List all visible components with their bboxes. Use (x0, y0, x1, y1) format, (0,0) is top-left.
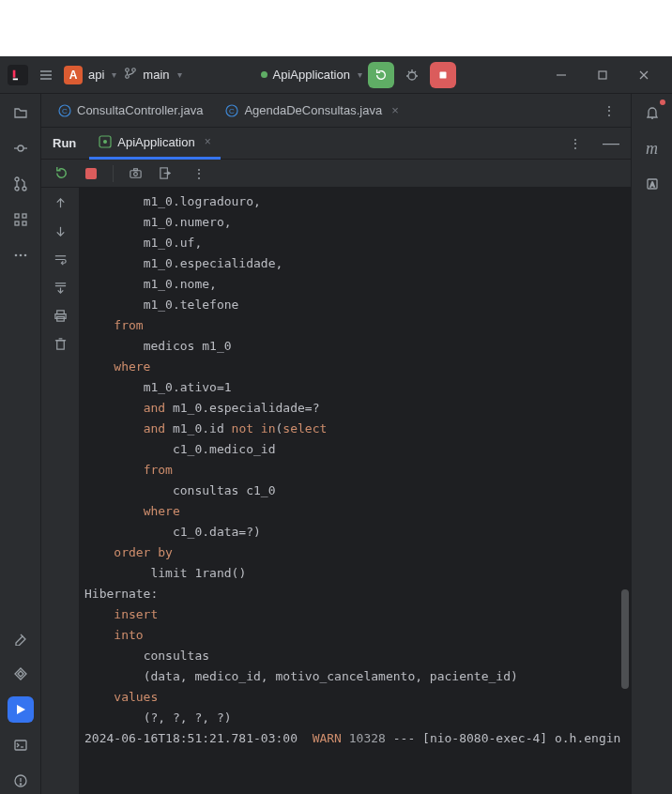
svg-point-46 (103, 140, 107, 144)
center-panel: C ConsultaController.java C AgendaDeCons… (41, 94, 631, 794)
java-class-icon: C (225, 104, 238, 117)
run-toolbar: ⋮ (41, 160, 631, 188)
project-badge: A (64, 66, 83, 84)
project-tool-button[interactable] (8, 99, 34, 126)
svg-point-40 (20, 784, 21, 785)
vcs-branch-widget[interactable]: main ▾ (124, 67, 181, 83)
branch-name: main (143, 68, 169, 82)
svg-rect-27 (15, 221, 19, 225)
commit-tool-button[interactable] (8, 135, 34, 161)
main-menu-icon[interactable] (36, 65, 56, 85)
ai-assistant-icon[interactable]: A (639, 171, 665, 197)
run-toolbar-more-icon[interactable]: ⋮ (187, 166, 213, 181)
svg-text:C: C (230, 107, 236, 115)
up-stack-icon[interactable] (51, 193, 69, 212)
right-tool-strip: m A (631, 94, 672, 794)
svg-point-23 (15, 177, 19, 181)
run-tab-name: ApiApplication (117, 135, 194, 149)
project-name: api (88, 68, 104, 82)
svg-point-32 (23, 254, 26, 257)
services-tool-button[interactable] (8, 661, 34, 687)
run-configuration-selector[interactable]: ApiApplication ▾ (261, 68, 362, 82)
structure-tool-button[interactable] (8, 206, 34, 233)
clear-all-icon[interactable] (51, 334, 69, 353)
soft-wrap-icon[interactable] (51, 250, 69, 268)
running-indicator-icon (261, 71, 267, 78)
title-bar-center: ApiApplication ▾ (190, 62, 527, 88)
print-icon[interactable] (51, 306, 69, 325)
svg-line-14 (414, 71, 416, 73)
console-output[interactable]: m1_0.logradouro, m1_0.numero, m1_0.uf, m… (79, 188, 631, 794)
spring-icon (99, 135, 112, 148)
run-panel-options-icon[interactable]: ⋮ (563, 136, 589, 151)
down-stack-icon[interactable] (51, 221, 69, 240)
run-tool-button[interactable] (8, 696, 34, 723)
debug-button[interactable] (400, 63, 424, 87)
minimize-button[interactable] (541, 56, 582, 94)
more-tool-button[interactable] (8, 242, 34, 268)
run-panel-header: Run ApiApplication × ⋮ — (41, 128, 631, 160)
branch-icon (124, 67, 137, 83)
svg-point-7 (126, 75, 130, 79)
svg-rect-61 (56, 340, 64, 348)
project-selector[interactable]: A api ▾ (64, 66, 116, 84)
intellij-logo-icon[interactable] (8, 65, 28, 85)
run-panel-tab[interactable]: ApiApplication × (89, 128, 220, 160)
close-window-button[interactable] (623, 56, 664, 94)
java-class-icon: C (58, 104, 71, 117)
svg-point-31 (19, 254, 22, 257)
run-panel-title: Run (53, 136, 76, 150)
svg-marker-33 (15, 668, 26, 679)
left-tool-strip (0, 94, 41, 794)
browser-top-gap (0, 0, 672, 56)
tab-filename: AgendaDeConsultas.java (244, 103, 382, 117)
editor-tabs-menu-icon[interactable]: ⋮ (597, 103, 623, 118)
chevron-down-icon: ▾ (177, 69, 182, 80)
problems-tool-button[interactable] (8, 768, 34, 794)
stop-icon[interactable] (83, 165, 99, 182)
svg-rect-47 (130, 171, 140, 178)
console-wrap: m1_0.logradouro, m1_0.numero, m1_0.uf, m… (41, 188, 631, 794)
svg-rect-15 (439, 71, 446, 78)
svg-point-6 (126, 69, 130, 72)
scroll-to-end-icon[interactable] (51, 278, 69, 297)
svg-marker-35 (17, 705, 25, 714)
title-bar: A api ▾ main ▾ ApiApplication ▾ (0, 56, 672, 94)
tab-filename: ConsultaController.java (77, 103, 203, 117)
svg-point-9 (408, 72, 416, 80)
scrollbar-thumb[interactable] (621, 589, 629, 689)
maximize-button[interactable] (582, 56, 623, 94)
maven-tool-button[interactable]: m (639, 135, 665, 161)
screenshot-icon[interactable] (127, 165, 144, 182)
svg-rect-36 (15, 741, 26, 750)
pull-requests-tool-button[interactable] (8, 171, 34, 197)
svg-point-24 (15, 187, 19, 191)
svg-point-8 (132, 69, 136, 72)
close-run-tab-icon[interactable]: × (205, 135, 211, 148)
svg-rect-1 (13, 69, 16, 77)
close-tab-icon[interactable]: × (391, 103, 399, 117)
notifications-icon[interactable] (639, 99, 665, 126)
console-left-toolbar (41, 188, 79, 794)
rerun-button[interactable] (368, 62, 394, 88)
svg-point-48 (133, 173, 137, 176)
svg-text:A: A (649, 181, 654, 188)
svg-rect-17 (599, 71, 606, 79)
rerun-icon[interactable] (53, 165, 69, 182)
svg-line-13 (408, 71, 410, 73)
editor-tabs: C ConsultaController.java C AgendaDeCons… (41, 94, 631, 128)
build-tool-button[interactable] (8, 625, 34, 651)
svg-rect-28 (23, 214, 26, 218)
editor-tab-agenda-de-consultas[interactable]: C AgendaDeConsultas.java × (216, 94, 407, 128)
terminal-tool-button[interactable] (8, 732, 34, 758)
svg-point-25 (23, 187, 26, 191)
stop-button[interactable] (430, 62, 456, 88)
svg-rect-29 (23, 221, 26, 225)
editor-tab-consulta-controller[interactable]: C ConsultaController.java (49, 94, 212, 128)
svg-point-20 (18, 145, 23, 151)
run-config-name: ApiApplication (273, 68, 350, 82)
hide-panel-icon[interactable]: — (603, 133, 619, 153)
svg-point-30 (14, 254, 17, 257)
exit-icon[interactable] (157, 165, 174, 182)
ide-window: A api ▾ main ▾ ApiApplication ▾ (0, 56, 672, 794)
